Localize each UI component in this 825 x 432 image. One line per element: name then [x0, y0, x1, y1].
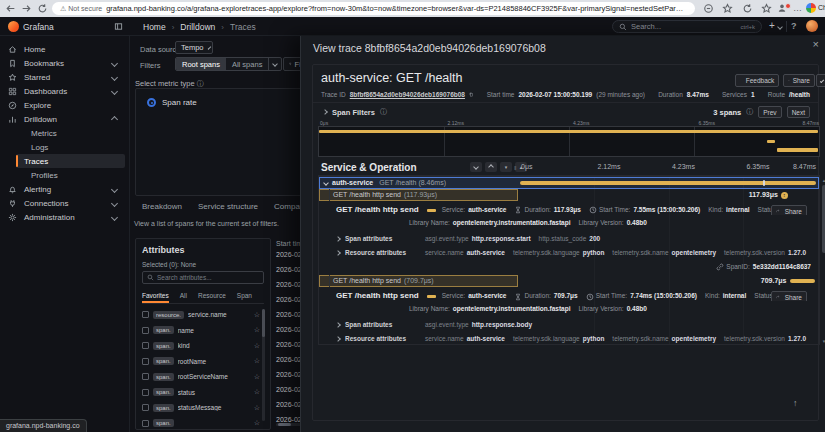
global-search-input[interactable]: Search... ctrl+k: [612, 20, 762, 33]
favorites-icon[interactable]: [761, 3, 772, 14]
attribute-row[interactable]: span.status☆: [136, 385, 270, 401]
tab-breakdown[interactable]: Breakdown: [142, 202, 182, 211]
close-icon[interactable]: ×: [813, 38, 819, 50]
sidebar-item-explore[interactable]: Explore: [0, 98, 129, 112]
sidebar-item-logs[interactable]: Logs: [0, 140, 129, 154]
help-icon[interactable]: ?: [791, 21, 797, 31]
sidebar-item-traces[interactable]: Traces: [16, 154, 125, 168]
address-bar[interactable]: ⚠ Not secure grafana.npd-banking.co/a/gr…: [52, 2, 695, 15]
info-icon: ⓘ: [380, 107, 387, 117]
span-filters-toggle[interactable]: Span Filters ⓘ: [323, 107, 387, 117]
attributes-scrollbar[interactable]: [262, 309, 265, 421]
chevron-down-icon[interactable]: [323, 180, 329, 186]
checkbox[interactable]: [142, 420, 149, 427]
share-caret-button[interactable]: [816, 74, 825, 87]
sidebar-item-profiles[interactable]: Profiles: [0, 168, 129, 182]
collapse-all-button[interactable]: [470, 162, 482, 172]
browser-menu-icon[interactable]: …: [792, 3, 803, 14]
chrome-profile-chip-icon[interactable]: [806, 3, 816, 13]
star-icon[interactable]: ☆: [254, 388, 260, 396]
copy-icon[interactable]: [469, 91, 474, 98]
sidebar-item-alerting[interactable]: Alerting: [0, 182, 129, 196]
user-avatar[interactable]: [806, 20, 818, 32]
attribute-row[interactable]: span.name☆: [136, 323, 270, 339]
sidebar-item-metrics[interactable]: Metrics: [0, 126, 129, 140]
expand-all-button[interactable]: [485, 162, 497, 172]
breadcrumb-drilldown[interactable]: Drilldown: [180, 22, 215, 32]
tab-span[interactable]: Span: [237, 292, 252, 299]
tab-service-structure[interactable]: Service structure: [198, 202, 258, 211]
attribute-row[interactable]: span.statusMessage☆: [136, 400, 270, 416]
checkbox[interactable]: [142, 373, 149, 380]
minimap[interactable]: [318, 126, 820, 157]
attribute-row[interactable]: span.☆: [136, 416, 270, 430]
sidebar-item-connections[interactable]: Connections: [0, 196, 129, 210]
breadcrumb-home[interactable]: Home: [143, 22, 166, 32]
attribute-row[interactable]: resource.service.name☆: [136, 307, 270, 323]
share-span-button[interactable]: Share: [771, 291, 807, 301]
grafana-logo-icon[interactable]: [8, 21, 19, 32]
trace-id-link[interactable]: 8bfbf8654a2d0eb94026deb169076b08: [350, 91, 465, 98]
attribute-row[interactable]: span.kind☆: [136, 338, 270, 354]
span-count: 3 spans: [713, 108, 741, 117]
extension-icon[interactable]: [742, 3, 753, 14]
collapse-one-button[interactable]: ▾: [500, 162, 512, 172]
tick-label: 6.35ms: [747, 163, 770, 170]
scroll-to-top-icon[interactable]: ↑: [793, 398, 798, 408]
span-row-root[interactable]: auth-service GET /health (8.46ms): [319, 177, 819, 189]
all-spans-option[interactable]: All spans: [226, 58, 268, 70]
star-icon[interactable]: ☆: [254, 342, 260, 350]
tab-favorites[interactable]: Favorites: [142, 292, 169, 299]
browser-back-icon[interactable]: [5, 3, 16, 14]
drill-icon: [8, 115, 17, 124]
zoom-out-icon[interactable]: [703, 3, 714, 14]
star-icon[interactable]: ☆: [254, 404, 260, 412]
tab-all[interactable]: All: [180, 292, 187, 299]
span-bar-root[interactable]: [520, 181, 816, 185]
sidebar-item-drilldown[interactable]: Drilldown: [0, 112, 129, 126]
scroll-up-icon[interactable]: ▴: [821, 177, 825, 183]
star-icon[interactable]: ☆: [254, 419, 260, 427]
span-list-scrollbar[interactable]: ▴ ▾: [821, 176, 825, 345]
attribute-search-input[interactable]: Search attributes...: [142, 271, 264, 284]
scroll-down-icon[interactable]: ▾: [821, 338, 825, 344]
sidebar-item-starred[interactable]: Starred: [0, 70, 129, 84]
tab-resource[interactable]: Resource: [198, 292, 226, 299]
breadcrumb-traces[interactable]: Traces: [230, 22, 256, 32]
bookmark-star-icon[interactable]: [722, 3, 733, 14]
checkbox[interactable]: [142, 342, 149, 349]
mega-menu-dock-icon[interactable]: [114, 22, 123, 31]
attribute-row[interactable]: span.rootName☆: [136, 354, 270, 370]
span-row-1[interactable]: GET /health http send(117.93μs) 117.93μs…: [319, 189, 819, 201]
checkbox[interactable]: [142, 389, 149, 396]
root-spans-option[interactable]: Root spans: [176, 58, 226, 70]
browser-forward-icon[interactable]: [21, 3, 32, 14]
share-trace-button[interactable]: Share: [783, 74, 815, 87]
checkbox[interactable]: [142, 327, 149, 334]
sidebar-item-administration[interactable]: Administration: [0, 210, 129, 224]
span-rate-radio[interactable]: Span rate: [147, 98, 197, 107]
sidebar-item-dashboards[interactable]: Dashboards: [0, 84, 129, 98]
column-resize-handle[interactable]: ‖: [514, 165, 516, 171]
next-button[interactable]: Next: [787, 106, 810, 118]
scope-caret[interactable]: [268, 58, 281, 70]
span-bar-2[interactable]: [790, 279, 815, 283]
add-new-button[interactable]: +: [769, 21, 782, 31]
sidebar-item-home[interactable]: Home: [0, 42, 129, 56]
feedback-button[interactable]: Feedback: [735, 74, 779, 87]
star-icon[interactable]: ☆: [254, 311, 260, 319]
star-icon[interactable]: ☆: [254, 326, 260, 334]
table-h-scrollbar[interactable]: [276, 423, 302, 426]
data-source-select[interactable]: Tempo: [175, 41, 213, 54]
browser-reload-icon[interactable]: [37, 3, 48, 14]
attribute-row[interactable]: span.rootServiceName☆: [136, 369, 270, 385]
star-icon[interactable]: ☆: [254, 373, 260, 381]
checkbox[interactable]: [142, 311, 149, 318]
share-span-button[interactable]: Share: [771, 205, 807, 215]
prev-button[interactable]: Prev: [758, 106, 781, 118]
sidebar-item-bookmarks[interactable]: Bookmarks: [0, 56, 129, 70]
star-icon[interactable]: ☆: [254, 357, 260, 365]
checkbox[interactable]: [142, 404, 149, 411]
checkbox[interactable]: [142, 358, 149, 365]
span-row-2[interactable]: GET /health http send(709.7μs) 709.7μs: [319, 275, 819, 287]
